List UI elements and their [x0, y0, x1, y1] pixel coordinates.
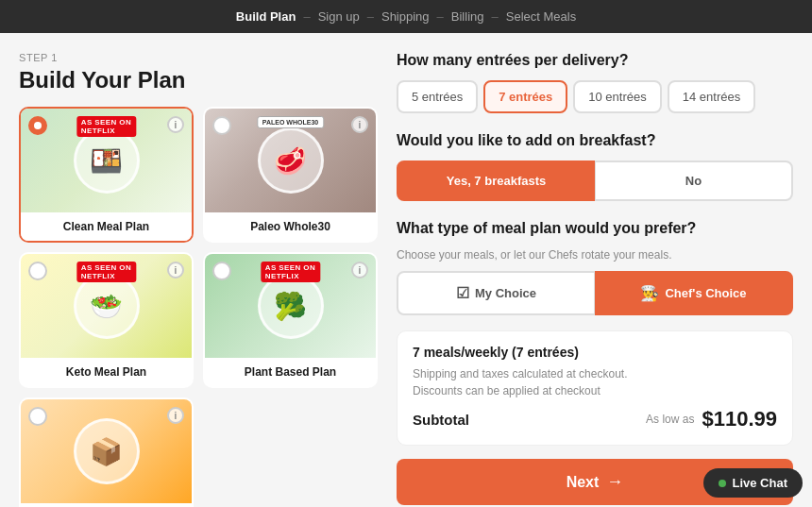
- meal-card-clean[interactable]: 🍱 AS SEEN ONNETFLIX i Clean Meal Plan: [19, 107, 194, 243]
- info-prep[interactable]: i: [167, 407, 184, 424]
- my-choice-label: My Choice: [475, 286, 536, 300]
- netflix-badge-keto: AS SEEN ONNETFLIX: [76, 262, 136, 282]
- summary-box: 7 meals/weekly (7 entrées) Shipping and …: [397, 330, 793, 446]
- plate-icon-paleo: 🥩: [258, 127, 324, 194]
- chefs-choice-label: Chef's Choice: [665, 286, 746, 300]
- entree-btn-7[interactable]: 7 entrées: [483, 80, 567, 113]
- nav-sep-4: –: [492, 9, 499, 24]
- breakfast-title: Would you like to add on breakfast?: [397, 132, 793, 149]
- entrees-row: 5 entrées 7 entrées 10 entrées 14 entrée…: [397, 80, 793, 113]
- top-nav: Build Plan – Sign up – Shipping – Billin…: [0, 0, 812, 33]
- plan-type-title: What type of meal plan would you prefer?: [397, 220, 793, 237]
- subtotal-label: Subtotal: [413, 412, 469, 428]
- info-clean[interactable]: i: [167, 116, 184, 133]
- plan-type-row: ☑ My Choice 👨‍🍳 Chef's Choice: [397, 271, 793, 315]
- breakfast-yes-btn[interactable]: Yes, 7 breakfasts: [397, 161, 595, 201]
- radio-plant[interactable]: [212, 262, 231, 280]
- next-arrow-icon: →: [606, 472, 623, 492]
- netflix-badge-plant: AS SEEN ONNETFLIX: [261, 262, 320, 282]
- info-paleo[interactable]: i: [351, 116, 368, 133]
- plate-icon-clean: 🍱: [74, 127, 140, 194]
- entree-btn-10[interactable]: 10 entrées: [573, 80, 661, 113]
- low-as-label: As low as: [646, 413, 694, 426]
- nav-sep-1: –: [303, 9, 310, 24]
- breakfast-section: Would you like to add on breakfast? Yes,…: [397, 132, 793, 201]
- chefs-choice-icon: 👨‍🍳: [640, 284, 659, 302]
- chat-online-dot: [719, 480, 726, 487]
- nav-sep-3: –: [437, 9, 444, 24]
- summary-row: Subtotal As low as $110.99: [413, 407, 777, 431]
- plate-icon-plant: 🥦: [258, 273, 324, 339]
- meal-card-paleo[interactable]: 🥩 PALEO WHOLE30 i Paleo Whole30: [203, 107, 378, 243]
- right-panel: How many entrées per delivery? 5 entrées…: [397, 52, 793, 507]
- live-chat-label: Live Chat: [732, 476, 787, 490]
- meal-label-clean: Clean Meal Plan: [21, 212, 192, 241]
- meal-label-prep: Meal Prep: [21, 503, 192, 507]
- meal-label-paleo: Paleo Whole30: [205, 212, 376, 241]
- discount-text: Discounts can be applied at checkout: [413, 384, 777, 397]
- shipping-text: Shipping and taxes calculated at checkou…: [413, 367, 777, 380]
- nav-billing[interactable]: Billing: [451, 9, 484, 24]
- meal-card-keto[interactable]: 🥗 AS SEEN ONNETFLIX i Keto Meal Plan: [19, 252, 194, 388]
- nav-shipping[interactable]: Shipping: [381, 9, 430, 24]
- plan-type-subtitle: Choose your meals, or let our Chefs rota…: [397, 248, 793, 262]
- radio-paleo[interactable]: [212, 116, 231, 135]
- meal-label-keto: Keto Meal Plan: [21, 358, 192, 386]
- entrees-title: How many entrées per delivery?: [397, 52, 793, 69]
- panel-title: Build Your Plan: [19, 67, 378, 93]
- live-chat-button[interactable]: Live Chat: [703, 468, 803, 498]
- plate-icon-keto: 🥗: [74, 273, 140, 339]
- netflix-badge-clean: AS SEEN ONNETFLIX: [76, 116, 136, 137]
- meal-label-plant: Plant Based Plan: [205, 358, 376, 386]
- main-content: Step 1 Build Your Plan 🍱 AS SEEN ONNETFL…: [0, 33, 812, 507]
- whole30-badge-paleo: PALEO WHOLE30: [257, 116, 324, 128]
- nav-select-meals[interactable]: Select Meals: [506, 9, 576, 24]
- subtotal-right: As low as $110.99: [646, 407, 777, 431]
- meal-card-prep[interactable]: 📦 i Meal Prep: [19, 397, 194, 507]
- plate-icon-prep: 📦: [74, 418, 140, 484]
- my-choice-icon: ☑: [456, 284, 469, 302]
- meal-grid: 🍱 AS SEEN ONNETFLIX i Clean Meal Plan 🥩 …: [19, 107, 378, 507]
- meal-card-plant[interactable]: 🥦 AS SEEN ONNETFLIX i Plant Based Plan: [203, 252, 378, 388]
- step-label: Step 1: [19, 52, 378, 63]
- breakfast-no-btn[interactable]: No: [595, 161, 793, 201]
- summary-title: 7 meals/weekly (7 entrées): [413, 345, 777, 360]
- plan-type-section: What type of meal plan would you prefer?…: [397, 220, 793, 315]
- info-keto[interactable]: i: [167, 262, 184, 279]
- nav-sign-up[interactable]: Sign up: [318, 9, 360, 24]
- nav-build-plan[interactable]: Build Plan: [236, 9, 296, 24]
- price-value: $110.99: [702, 407, 777, 431]
- entree-btn-14[interactable]: 14 entrées: [668, 80, 755, 113]
- my-choice-btn[interactable]: ☑ My Choice: [397, 271, 595, 315]
- info-plant[interactable]: i: [351, 262, 368, 279]
- radio-keto[interactable]: [28, 262, 47, 280]
- left-panel: Step 1 Build Your Plan 🍱 AS SEEN ONNETFL…: [19, 52, 378, 507]
- breakfast-options: Yes, 7 breakfasts No: [397, 161, 793, 201]
- next-button-label: Next: [567, 474, 600, 491]
- nav-sep-2: –: [367, 9, 374, 24]
- radio-prep[interactable]: [28, 407, 47, 426]
- chefs-choice-btn[interactable]: 👨‍🍳 Chef's Choice: [595, 271, 793, 315]
- radio-clean[interactable]: [28, 116, 47, 135]
- entree-btn-5[interactable]: 5 entrées: [397, 80, 478, 113]
